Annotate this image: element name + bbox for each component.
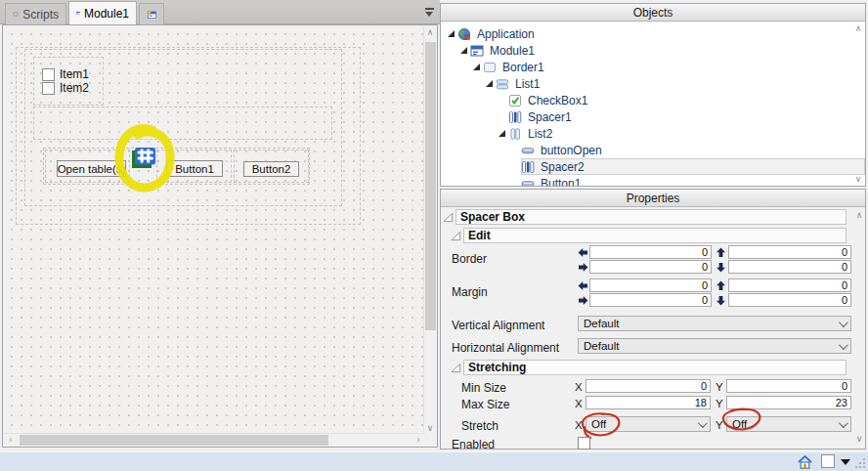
- tab-module1[interactable]: Module1: [68, 1, 137, 24]
- y-axis-label: Y: [716, 398, 723, 409]
- scripts-icon: [13, 8, 19, 21]
- min-size-y-field[interactable]: [726, 379, 851, 393]
- designer-button2[interactable]: Button2: [243, 161, 299, 177]
- max-size-y-field[interactable]: [726, 396, 851, 409]
- hscroll-thumb[interactable]: [20, 435, 328, 446]
- tree-item-buttonopen[interactable]: buttonOpen: [441, 142, 865, 158]
- expand-arrow-icon[interactable]: [447, 28, 457, 39]
- tree-label[interactable]: Application: [474, 27, 538, 41]
- designer-open-tables-button[interactable]: Open table(s): [57, 160, 126, 177]
- tab-scripts[interactable]: Scripts: [5, 3, 66, 24]
- tree-item-spacer2[interactable]: Spacer2: [441, 158, 865, 175]
- expand-arrow-icon[interactable]: [485, 78, 496, 89]
- scroll-down-arrow[interactable]: ∨: [424, 424, 436, 433]
- designer-button1[interactable]: Button1: [166, 160, 223, 177]
- tree-label[interactable]: CheckBox1: [525, 94, 590, 107]
- arrow-up-icon: [716, 247, 726, 258]
- designer-hscrollbar[interactable]: ‹ ›: [4, 433, 425, 446]
- tree-item-spacer1[interactable]: Spacer1: [441, 108, 865, 125]
- home-icon[interactable]: [797, 454, 813, 470]
- tree-label[interactable]: Module1: [487, 44, 538, 58]
- status-bar: [0, 451, 868, 471]
- border-down-field[interactable]: [728, 260, 851, 274]
- tree-label[interactable]: Spacer1: [525, 110, 575, 124]
- x-axis-label: X: [575, 398, 583, 409]
- tree-label[interactable]: Button1: [538, 177, 584, 187]
- tab-new-module[interactable]: [139, 3, 164, 24]
- designer-checkbox-item1[interactable]: [42, 68, 55, 81]
- stretching-section-header[interactable]: Stretching: [463, 360, 846, 375]
- margin-down-field[interactable]: [728, 293, 851, 307]
- expand-arrow-icon[interactable]: [498, 128, 508, 139]
- border-up-field[interactable]: [728, 245, 851, 259]
- selected-row-highlight: Spacer2: [521, 158, 865, 175]
- margin-up-field[interactable]: [728, 278, 851, 292]
- objects-panel: Objects Application: [440, 3, 866, 187]
- max-size-x-field[interactable]: [586, 396, 711, 409]
- tree-item-list2[interactable]: List2: [441, 125, 865, 142]
- checkbox-checked-icon: [508, 94, 522, 107]
- tree-label[interactable]: buttonOpen: [538, 144, 605, 157]
- module-icon: [76, 7, 80, 20]
- margin-left-field[interactable]: [589, 278, 712, 292]
- tree-item-list1[interactable]: List1: [441, 75, 865, 92]
- border-label: Border: [452, 252, 487, 266]
- chevron-down-icon: [698, 418, 708, 428]
- horizontal-alignment-dropdown[interactable]: Default: [578, 338, 851, 354]
- border-right-field[interactable]: [589, 260, 712, 274]
- collapse-triangle-icon[interactable]: [451, 363, 461, 373]
- module-icon: [470, 44, 484, 58]
- vertical-alignment-dropdown[interactable]: Default: [578, 316, 851, 331]
- designer-vscrollbar[interactable]: ∧ ∨: [423, 26, 436, 435]
- objects-scroll-up-arrow[interactable]: ∧: [852, 24, 864, 33]
- object-type-header[interactable]: Spacer Box: [456, 209, 846, 225]
- tab-scripts-label: Scripts: [22, 8, 59, 21]
- stretch-y-dropdown[interactable]: Off: [726, 416, 851, 432]
- spacer-icon: [521, 160, 535, 174]
- edit-section-header[interactable]: Edit: [463, 228, 846, 243]
- arrow-right-icon: [578, 262, 588, 273]
- chevron-down-icon: [839, 418, 848, 428]
- objects-panel-title[interactable]: Objects: [441, 4, 865, 21]
- horizontal-alignment-value: Default: [584, 340, 839, 352]
- designer-spacer1[interactable]: [33, 107, 332, 140]
- tree-label[interactable]: List1: [512, 77, 542, 91]
- color-swatch-button[interactable]: [821, 454, 835, 468]
- tree-item-module1[interactable]: Module1: [441, 42, 865, 59]
- margin-right-field[interactable]: [589, 293, 712, 307]
- vertical-list-icon: [508, 127, 522, 141]
- border-left-field[interactable]: [589, 245, 712, 259]
- collapse-triangle-icon[interactable]: [451, 231, 461, 241]
- tree-label[interactable]: List2: [525, 127, 555, 141]
- tab-list-menu-icon[interactable]: [424, 7, 435, 18]
- scroll-left-arrow[interactable]: ‹: [6, 436, 16, 445]
- vscroll-thumb[interactable]: [425, 42, 436, 330]
- designer-checkbox-item2[interactable]: [42, 82, 55, 95]
- expand-arrow-icon[interactable]: [459, 45, 470, 56]
- design-canvas[interactable]: Item1 Item2 Open table(s) Button1 Button…: [4, 26, 425, 435]
- tab-bar: Scripts Module1: [0, 0, 440, 24]
- stretch-x-dropdown[interactable]: Off: [586, 416, 711, 432]
- tree-item-checkbox1[interactable]: CheckBox1: [441, 92, 865, 108]
- enabled-checkbox[interactable]: [578, 437, 590, 450]
- tree-label[interactable]: Border1: [499, 61, 547, 74]
- resize-grip[interactable]: [853, 456, 865, 468]
- scroll-right-arrow[interactable]: ›: [413, 436, 423, 445]
- tree-label[interactable]: Spacer2: [538, 160, 587, 174]
- properties-scroll-down-arrow[interactable]: ∨: [853, 435, 865, 444]
- properties-scroll-up-arrow[interactable]: ∧: [853, 211, 865, 220]
- arrow-right-icon: [578, 295, 588, 306]
- swatch-dropdown-arrow-icon[interactable]: [841, 459, 850, 465]
- arrow-down-icon: [716, 262, 726, 273]
- objects-scroll-down-arrow[interactable]: ∨: [852, 175, 864, 184]
- tree-item-application[interactable]: Application: [441, 25, 865, 42]
- tree-item-button1[interactable]: Button1: [441, 175, 865, 186]
- scroll-up-arrow[interactable]: ∧: [424, 28, 436, 37]
- designer-spacer2-icon[interactable]: [132, 148, 155, 168]
- min-size-x-field[interactable]: [586, 379, 711, 393]
- properties-panel-title[interactable]: Properties: [441, 190, 865, 207]
- expand-arrow-icon[interactable]: [472, 62, 483, 72]
- collapse-triangle-icon[interactable]: [443, 212, 454, 223]
- tree-item-border1[interactable]: Border1: [441, 59, 865, 75]
- vertical-alignment-value: Default: [584, 318, 839, 329]
